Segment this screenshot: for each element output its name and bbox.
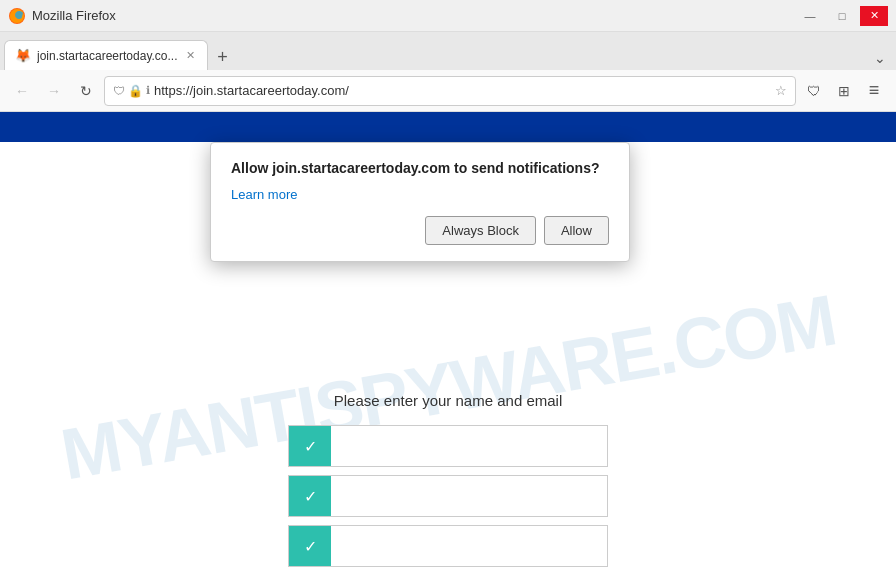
close-button[interactable]: ✕ [860, 6, 888, 26]
security-icons: 🛡 🔒 ℹ [113, 84, 150, 98]
bookmark-icon[interactable]: ☆ [775, 83, 787, 98]
form-prompt: Please enter your name and email [334, 392, 562, 409]
check-icon-2: ✓ [289, 476, 331, 516]
shield-button[interactable]: 🛡 [800, 77, 828, 105]
tab-list-button[interactable]: ⌄ [868, 46, 892, 70]
address-right-icons: ☆ [775, 83, 787, 98]
check-icon-3: ✓ [289, 526, 331, 566]
form-area: Please enter your name and email ✓ ✓ ✓ B… [0, 392, 896, 581]
learn-more-link[interactable]: Learn more [231, 187, 609, 202]
page-content: MYANTISPYWARE.COM Allow join.startacaree… [0, 112, 896, 581]
active-tab[interactable]: 🦊 join.startacareertoday.co... ✕ [4, 40, 208, 70]
more-button[interactable]: ≡ [860, 77, 888, 105]
form-row-2: ✓ [288, 475, 608, 517]
tab-close-button[interactable]: ✕ [184, 47, 197, 64]
minimize-button[interactable]: — [796, 6, 824, 26]
tab-favicon: 🦊 [15, 48, 31, 63]
titlebar-title: Mozilla Firefox [32, 8, 116, 23]
form-field-1[interactable] [331, 426, 607, 466]
popup-buttons: Always Block Allow [231, 216, 609, 245]
maximize-button[interactable]: □ [828, 6, 856, 26]
reload-button[interactable]: ↻ [72, 77, 100, 105]
extensions-button[interactable]: ⊞ [830, 77, 858, 105]
tabbar: 🦊 join.startacareertoday.co... ✕ + ⌄ [0, 32, 896, 70]
allow-button[interactable]: Allow [544, 216, 609, 245]
address-bar[interactable]: 🛡 🔒 ℹ https://join.startacareertoday.com… [104, 76, 796, 106]
url-text: https://join.startacareertoday.com/ [154, 83, 771, 98]
titlebar: Mozilla Firefox — □ ✕ [0, 0, 896, 32]
new-tab-button[interactable]: + [210, 44, 236, 70]
info-icon: ℹ [146, 84, 150, 97]
firefox-icon [8, 7, 26, 25]
form-row-1: ✓ [288, 425, 608, 467]
always-block-button[interactable]: Always Block [425, 216, 536, 245]
popup-title: Allow join.startacareertoday.com to send… [231, 159, 609, 179]
main-area: MYANTISPYWARE.COM Allow join.startacaree… [0, 142, 896, 581]
form-field-3[interactable] [331, 526, 607, 566]
form-field-2[interactable] [331, 476, 607, 516]
check-icon-1: ✓ [289, 426, 331, 466]
forward-button[interactable]: → [40, 77, 68, 105]
lock-icon: 🔒 [128, 84, 143, 98]
notification-popup: Allow join.startacareertoday.com to send… [210, 142, 630, 262]
back-button[interactable]: ← [8, 77, 36, 105]
toolbar: ← → ↻ 🛡 🔒 ℹ https://join.startacareertod… [0, 70, 896, 112]
tab-title: join.startacareertoday.co... [37, 49, 178, 63]
tabbar-right: ⌄ [868, 46, 892, 70]
titlebar-left: Mozilla Firefox [8, 7, 116, 25]
toolbar-right: 🛡 ⊞ ≡ [800, 77, 888, 105]
form-row-3: ✓ [288, 525, 608, 567]
shield-icon: 🛡 [113, 84, 125, 98]
titlebar-controls: — □ ✕ [796, 6, 888, 26]
blue-banner [0, 112, 896, 142]
